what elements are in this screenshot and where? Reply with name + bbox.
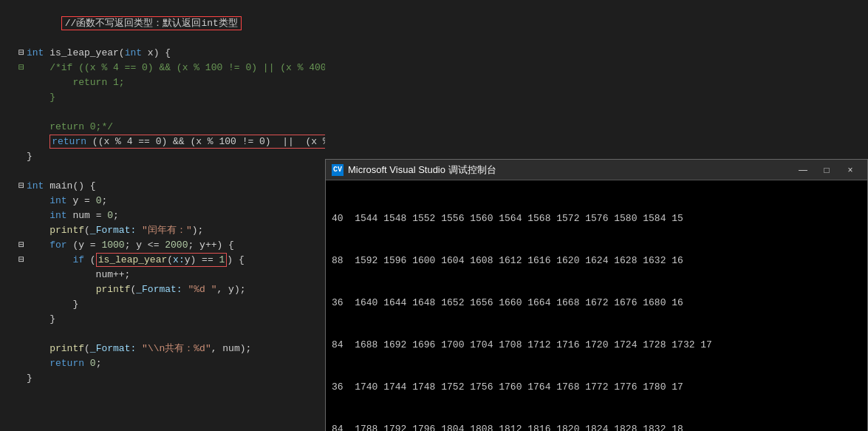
code-line-21: printf(_Format: "\\n共有：%d", num); [0,342,325,356]
code-line-20 [0,327,325,342]
code-line-4: } [0,90,325,105]
code-line-14: ⊟ for (y = 1000; y <= 2000; y++) { [0,238,325,253]
code-line-5 [0,105,325,120]
console-output-5: 36 1740 1744 1748 1752 1756 1760 1764 17… [332,380,861,394]
console-window: CV Microsoft Visual Studio 调试控制台 — □ × 4… [325,159,868,431]
comment-highlight: //函数不写返回类型：默认返回int类型 [61,16,242,30]
console-output-4: 84 1688 1692 1696 1700 1704 1708 1712 17… [332,338,861,352]
line-gutter [1,1,16,2]
console-output-6: 84 1788 1792 1796 1804 1808 1812 1816 18… [332,422,861,431]
code-line-3: return 1; [0,75,325,90]
code-line-18: } [0,297,325,312]
comment-line: //函数不写返回类型：默认返回int类型 [0,1,325,46]
maximize-button[interactable]: □ [816,163,838,177]
code-line-7: return ((x % 4 == 0) && (x % 100 != 0) |… [0,135,325,149]
code-line-23: } [0,371,325,386]
code-line-15: ⊟ if (is_leap_year(x:y) == 1) { [0,253,325,268]
function-call-highlight: is_leap_year(x:y) == 1 [96,253,228,267]
code-line-16: num++; [0,268,325,282]
code-line-1: ⊟ int is_leap_year(int x) { [0,46,325,61]
close-button[interactable]: × [839,163,861,177]
console-output-2: 88 1592 1596 1600 1604 1608 1612 1616 16… [332,254,861,268]
code-line-17: printf(_Format: "%d ", y); [0,282,325,297]
minimize-button[interactable]: — [792,163,814,177]
code-line-13: printf(_Format: "闰年有："); [0,223,325,238]
code-line-22: return 0; [0,356,325,371]
code-line-8: } [0,149,325,164]
code-line-11: int y = 0; [0,194,325,208]
return-highlight: return ((x % 4 == 0) && (x % 100 != 0) |… [49,135,325,149]
code-line-19: } [0,312,325,327]
console-title: Microsoft Visual Studio 调试控制台 [348,163,792,177]
console-output-3: 36 1640 1644 1648 1652 1656 1660 1664 16… [332,296,861,310]
code-line-2: ⊟ /*if ((x % 4 == 0) && (x % 100 != 0) |… [0,61,325,75]
right-panel: CV Microsoft Visual Studio 调试控制台 — □ × 4… [325,0,868,431]
code-line-9 [0,164,325,179]
window-controls: — □ × [792,163,861,177]
code-line-10: ⊟ int main() { [0,179,325,194]
console-titlebar: CV Microsoft Visual Studio 调试控制台 — □ × [326,160,867,180]
console-body: 40 1544 1548 1552 1556 1560 1564 1568 15… [326,180,867,431]
code-line-6: return 0;*/ [0,120,325,135]
console-app-icon: CV [332,164,344,176]
code-line-12: int num = 0; [0,208,325,223]
console-output-1: 40 1544 1548 1552 1556 1560 1564 1568 15… [332,211,861,225]
code-panel: //函数不写返回类型：默认返回int类型 ⊟ int is_leap_year(… [0,0,325,431]
